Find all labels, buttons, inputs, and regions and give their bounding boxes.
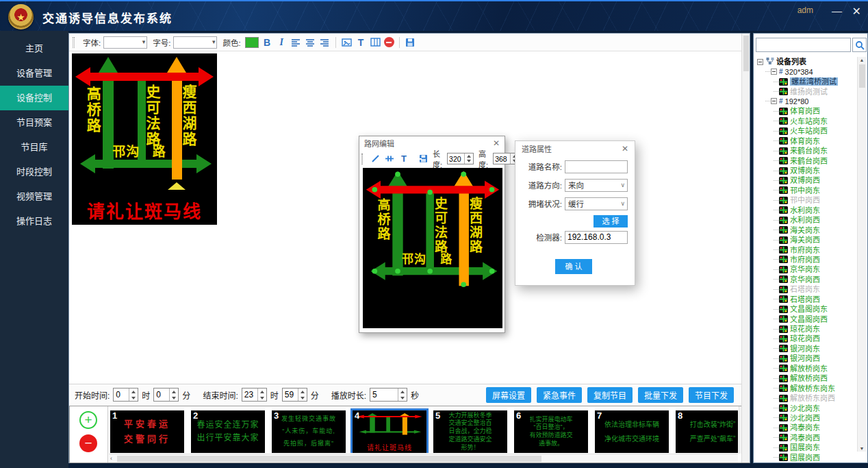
device-tree-item[interactable]: # 鸿泰岗西 <box>755 433 858 443</box>
spin-up-icon[interactable] <box>298 389 307 395</box>
device-tree-item[interactable]: # 鸿泰岗东 <box>755 423 858 432</box>
tree-scrollbar[interactable]: ▲ ▼ <box>857 57 866 452</box>
size-select[interactable] <box>173 36 217 49</box>
start-hour-input[interactable] <box>114 389 129 401</box>
detector-input[interactable] <box>565 231 628 244</box>
device-tree-item[interactable]: # 国展岗西 <box>755 453 858 462</box>
spin-down-icon[interactable] <box>170 395 178 401</box>
start-minute-spinner[interactable] <box>153 388 179 402</box>
font-select[interactable] <box>103 36 147 49</box>
close-icon[interactable]: ✕ <box>622 144 628 153</box>
scroll-up-icon[interactable]: ▲ <box>858 58 866 62</box>
road-name-input[interactable] <box>565 160 628 173</box>
frame-thumbnail[interactable]: 1 平安春运交警同行 <box>110 410 184 453</box>
props-dialog-titlebar[interactable]: 道路属性 ✕ <box>515 141 635 156</box>
device-tree-item[interactable]: # 石塔岗西 <box>755 295 858 304</box>
length-input[interactable] <box>448 153 464 164</box>
delete-icon[interactable] <box>384 37 394 47</box>
frame-thumbnail[interactable]: 4 请礼让斑马线 <box>353 410 426 453</box>
text-tool-button[interactable]: T <box>355 36 367 49</box>
spin-down-icon[interactable] <box>398 395 407 401</box>
spin-up-icon[interactable] <box>398 389 407 395</box>
device-tree-item[interactable]: # 银河岗西 <box>755 354 858 363</box>
sidebar-item[interactable]: 操作日志 <box>0 209 68 234</box>
device-tree-item[interactable]: # 解放桥东岗东 <box>755 383 858 393</box>
device-tree-item[interactable]: # 文昌阁岗东 <box>755 304 858 314</box>
insert-image-icon[interactable] <box>341 36 353 49</box>
scroll-left-icon[interactable]: ‹ <box>110 454 112 463</box>
device-tree-item[interactable]: # 水利岗西 <box>755 215 858 225</box>
scrollbar-thumb[interactable] <box>117 456 541 462</box>
spin-up-icon[interactable] <box>465 153 473 159</box>
device-tree-item[interactable]: # 市府岗东 <box>755 245 858 254</box>
device-tree-item[interactable]: # 解放桥岗东 <box>755 364 858 373</box>
save-icon[interactable] <box>405 36 416 49</box>
sidebar-item[interactable]: 设备管理 <box>0 61 68 86</box>
spin-up-icon[interactable] <box>129 389 138 395</box>
device-tree-item[interactable]: # 设备列表 <box>755 57 858 66</box>
tree-expander-icon[interactable] <box>757 59 763 65</box>
spin-down-icon[interactable] <box>298 395 307 401</box>
duration-input[interactable] <box>370 389 398 401</box>
device-tree-item[interactable]: # 192*80 <box>755 97 858 106</box>
spin-down-icon[interactable] <box>129 395 138 401</box>
italic-button[interactable]: I <box>276 36 288 49</box>
device-tree-item[interactable]: # 琼花岗西 <box>755 334 858 343</box>
sidebar-item[interactable]: 主页 <box>0 36 68 61</box>
columns-icon[interactable] <box>370 36 381 49</box>
minimize-button[interactable]: — <box>832 5 842 16</box>
align-left-icon[interactable] <box>290 36 302 49</box>
device-tree-item[interactable]: # 体育岗东 <box>755 136 858 146</box>
toolbar-grip[interactable] <box>73 37 75 48</box>
align-right-icon[interactable] <box>319 36 331 49</box>
device-tree-item[interactable]: # 来鹤台岗东 <box>755 146 858 156</box>
remove-frame-button[interactable]: − <box>79 434 97 452</box>
device-tree-item[interactable]: # 石塔岗东 <box>755 284 858 294</box>
playback-action-button[interactable]: 复制节目 <box>587 387 633 403</box>
frame-thumbnail[interactable]: 2 春运安全连万家出行平安靠大家 <box>191 410 265 453</box>
end-minute-input[interactable] <box>283 389 298 401</box>
spin-up-icon[interactable] <box>258 389 266 395</box>
device-tree-item[interactable]: # 水利岗东 <box>755 206 858 215</box>
color-swatch[interactable] <box>245 37 259 48</box>
text-tool-button[interactable]: T <box>399 152 409 166</box>
device-tree-item[interactable]: # 京华岗东 <box>755 264 858 274</box>
device-tree-item[interactable]: # 文昌阁岗西 <box>755 314 858 323</box>
device-tree-item[interactable]: # 火车站岗东 <box>755 116 858 126</box>
sidebar-item[interactable]: 时段控制 <box>0 160 68 184</box>
device-tree-item[interactable]: # 来鹤台岗西 <box>755 156 858 165</box>
line-tool-icon[interactable] <box>370 152 380 166</box>
playback-action-button[interactable]: 紧急事件 <box>537 387 582 403</box>
device-tree-item[interactable]: # 银河岗东 <box>755 344 858 354</box>
toolbar-grip[interactable] <box>361 153 363 164</box>
end-hour-spinner[interactable] <box>242 388 267 402</box>
bold-button[interactable]: B <box>261 36 273 49</box>
spin-up-icon[interactable] <box>170 389 178 395</box>
close-button[interactable]: ✕ <box>852 5 861 18</box>
device-tree-item[interactable]: # 螺丝湾桥测试 <box>755 77 858 86</box>
length-spinner[interactable] <box>447 153 474 164</box>
device-tree-item[interactable]: # 维扬岗测试 <box>755 86 858 96</box>
device-tree-item[interactable]: # 解放桥东岗西 <box>755 393 858 403</box>
sidebar-item[interactable]: 设备控制 <box>0 86 68 110</box>
device-tree-item[interactable]: # 邗中岗西 <box>755 195 858 205</box>
device-tree-item[interactable]: # 双博岗东 <box>755 166 858 175</box>
start-minute-input[interactable] <box>154 389 169 401</box>
frame-thumbnail[interactable]: 8 打击改装“炸街”严查严处“飙车” <box>676 410 738 453</box>
scrollbar-thumb[interactable] <box>859 64 865 88</box>
led-preview[interactable]: 高桥路 史可法路 瘦西湖路 邗沟 路 请礼让斑马线 <box>72 53 217 225</box>
device-search-input[interactable] <box>756 38 851 52</box>
device-tree-item[interactable]: # 市府岗西 <box>755 255 858 264</box>
device-tree-item[interactable]: # 体育岗西 <box>755 106 858 116</box>
start-hour-spinner[interactable] <box>113 388 138 402</box>
device-search-button[interactable] <box>852 38 867 52</box>
sidebar-item[interactable]: 节目库 <box>0 135 68 160</box>
frame-thumbnail[interactable]: 3 发生轻微交通事故“人未伤，车能动,先拍照，后撤离” <box>272 410 346 453</box>
end-minute-spinner[interactable] <box>282 388 307 402</box>
device-tree-item[interactable]: # 邗中岗东 <box>755 186 858 195</box>
frame-thumbnail[interactable]: 6 扎实开展电动车“百日整治”，有效预防道路交通事故。 <box>514 410 588 453</box>
align-center-icon[interactable] <box>305 36 316 49</box>
select-button[interactable]: 选 择 <box>593 215 628 227</box>
playback-action-button[interactable]: 节目下发 <box>689 387 734 403</box>
scroll-down-icon[interactable]: ▼ <box>858 446 866 451</box>
